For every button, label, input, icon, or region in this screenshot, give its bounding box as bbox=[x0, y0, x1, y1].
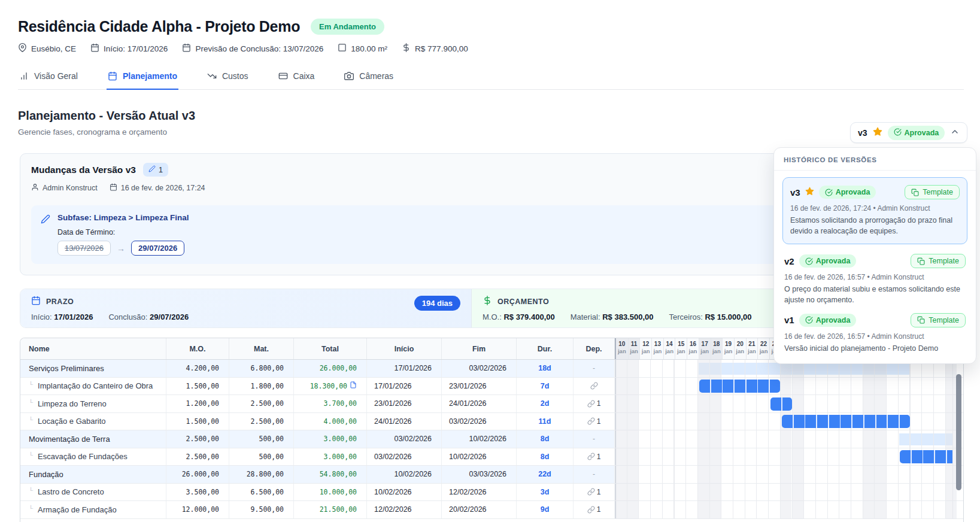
gantt-task-bar[interactable] bbox=[770, 397, 792, 411]
version-selector-button[interactable]: v3 Aprovada bbox=[850, 122, 967, 143]
end-date-cell: 03/02/2026 bbox=[442, 413, 517, 430]
dependency-cell: 1 bbox=[574, 484, 615, 501]
page-subtitle: Gerencie fases, cronograma e orçamento bbox=[18, 128, 962, 136]
dependency-cell: 1 bbox=[574, 395, 615, 412]
version-label: v2 bbox=[784, 256, 794, 266]
area-icon bbox=[338, 43, 347, 54]
history-entry-v2[interactable]: v2Aprovada Template 16 de fev. de 2026, … bbox=[782, 248, 967, 306]
gantt-day-header: 21jan bbox=[746, 338, 758, 359]
copy-icon bbox=[917, 257, 925, 265]
table-row[interactable]: Movimentação de Terra2.500,00500,003.000… bbox=[20, 430, 963, 448]
material-cost-cell: 6.500,00 bbox=[229, 484, 294, 501]
column-header-incio: Início bbox=[367, 338, 442, 359]
gantt-task-bar[interactable] bbox=[900, 450, 952, 463]
column-header-mat: Mat. bbox=[229, 338, 294, 359]
end-value: Conclusão: 29/07/2026 bbox=[108, 312, 189, 321]
entry-meta: 16 de fev. de 2026, 16:57 • Admin Konstr… bbox=[784, 273, 966, 281]
tab-custos[interactable]: Custos bbox=[206, 70, 250, 90]
table-row[interactable]: └Limpeza do Terreno1.200,002.500,003.700… bbox=[20, 395, 963, 413]
total-cost-cell: 4.000,00 bbox=[294, 413, 367, 430]
column-header-total: Total bbox=[294, 338, 367, 359]
end-date-cell: 10/02/2026 bbox=[442, 448, 517, 466]
table-body: Serviços Preliminares4.200,006.800,0026.… bbox=[20, 360, 963, 519]
table-row[interactable]: Fundação26.000,0028.800,0054.800,0010/02… bbox=[20, 466, 963, 484]
tab-label: Custos bbox=[222, 71, 248, 81]
duration-cell: 18d bbox=[517, 360, 574, 377]
total-cost-cell: 10.000,00 bbox=[294, 484, 367, 501]
tree-branch-icon: └ bbox=[29, 487, 33, 494]
column-header-fim: Fim bbox=[442, 338, 517, 359]
days-count-badge: 194 dias bbox=[414, 296, 460, 311]
link-icon bbox=[587, 417, 595, 425]
gantt-task-bar[interactable] bbox=[782, 415, 910, 428]
table-row[interactable]: └Locação e Gabarito1.500,002.500,004.000… bbox=[20, 413, 963, 431]
project-meta: Eusébio, CE Início: 17/01/2026 Previsão … bbox=[18, 43, 962, 54]
gantt-phase-band[interactable] bbox=[699, 363, 911, 375]
labor-cost-cell: 1.500,00 bbox=[166, 378, 229, 395]
template-button[interactable]: Template bbox=[911, 313, 966, 327]
gantt-cell bbox=[615, 413, 952, 430]
gantt-task-bar[interactable] bbox=[699, 380, 780, 393]
table-row[interactable]: └Lastro de Concreto3.500,006.500,0010.00… bbox=[20, 484, 963, 502]
chevron-up-icon bbox=[950, 127, 960, 136]
tab-label: Caixa bbox=[293, 71, 315, 81]
gantt-day-header: 13jan bbox=[651, 338, 663, 359]
material-cost-cell: 2.500,00 bbox=[229, 395, 294, 412]
end-date-cell: 03/03/2026 bbox=[442, 466, 517, 483]
column-header-mo: M.O. bbox=[166, 338, 229, 359]
material-value: Material: R$ 383.500,00 bbox=[571, 312, 654, 321]
task-name-cell: Movimentação de Terra bbox=[20, 430, 166, 448]
dependency-cell: - bbox=[574, 430, 615, 448]
note-icon[interactable] bbox=[350, 381, 357, 390]
copy-icon bbox=[911, 189, 919, 196]
trending-down-icon bbox=[207, 71, 217, 81]
duration-cell: 11d bbox=[517, 413, 574, 430]
gantt-phase-band[interactable] bbox=[899, 433, 952, 445]
version-label: v3 bbox=[858, 128, 867, 138]
template-button[interactable]: Template bbox=[911, 254, 966, 268]
template-button[interactable]: Template bbox=[905, 185, 960, 199]
labor-cost-cell: 1.500,00 bbox=[166, 413, 229, 430]
planning-header: Planejamento - Versão Atual v3 Gerencie … bbox=[18, 109, 962, 136]
table-row[interactable]: └Implantação do Canteiro de Obra1.500,00… bbox=[20, 378, 963, 396]
tab-planejamento[interactable]: Planejamento bbox=[107, 70, 178, 90]
author-meta: Admin Konstruct bbox=[31, 183, 98, 193]
start-date-cell: 17/01/2026 bbox=[367, 378, 442, 395]
vertical-scrollbar[interactable] bbox=[956, 374, 961, 490]
duration-cell: 3d bbox=[517, 484, 574, 501]
gantt-day-header: 18jan bbox=[711, 338, 723, 359]
end-date-cell: 20/02/2026 bbox=[442, 501, 517, 518]
calendar-icon bbox=[108, 71, 117, 81]
gantt-cell bbox=[615, 430, 952, 448]
planning-table: NomeM.O.Mat.TotalInícioFimDur.Dep.10jan1… bbox=[20, 338, 964, 522]
start-date-cell: 03/02/2026 bbox=[367, 448, 442, 466]
end-date-cell: 10/02/2026 bbox=[442, 430, 517, 448]
date-meta: 16 de fev. de 2026, 17:24 bbox=[110, 183, 205, 193]
tab-câmeras[interactable]: Câmeras bbox=[343, 70, 395, 90]
gantt-day-header: 17jan bbox=[699, 338, 711, 359]
gantt-cell bbox=[615, 466, 952, 483]
history-entry-v3[interactable]: v3Aprovada Template 16 de fev. de 2026, … bbox=[782, 177, 967, 244]
tab-caixa[interactable]: Caixa bbox=[277, 70, 316, 90]
duration-cell: 9d bbox=[517, 501, 574, 518]
approved-badge: Aprovada bbox=[799, 254, 857, 268]
table-row[interactable]: └Escavação de Fundações2.500,00500,003.0… bbox=[20, 448, 963, 466]
dependency-cell: 1 bbox=[574, 501, 615, 518]
page-title: Planejamento - Versão Atual v3 bbox=[18, 109, 962, 123]
entry-description: O preço do material subiu e estamos soli… bbox=[784, 284, 966, 305]
entry-meta: 16 de fev. de 2026, 16:57 • Admin Konstr… bbox=[784, 332, 966, 341]
duration-cell: 22d bbox=[517, 466, 574, 483]
labor-cost-cell: 2.500,00 bbox=[166, 430, 229, 448]
dollar-icon bbox=[402, 43, 411, 54]
edit-count-badge: 1 bbox=[143, 163, 168, 177]
start-date-cell: 24/01/2026 bbox=[367, 413, 442, 430]
duration-cell: 8d bbox=[517, 430, 574, 448]
history-entry-v1[interactable]: v1Aprovada Template 16 de fev. de 2026, … bbox=[782, 307, 967, 355]
tab-visão-geral[interactable]: Visão Geral bbox=[18, 70, 79, 90]
table-row[interactable]: └Armação de Fundação12.000,009.500,0021.… bbox=[20, 501, 963, 519]
labor-cost-cell: 2.500,00 bbox=[166, 448, 229, 466]
material-cost-cell: 500,00 bbox=[229, 430, 294, 448]
gantt-cell bbox=[615, 448, 952, 466]
labor-cost-cell: 26.000,00 bbox=[166, 466, 229, 483]
dollar-icon bbox=[483, 296, 492, 305]
